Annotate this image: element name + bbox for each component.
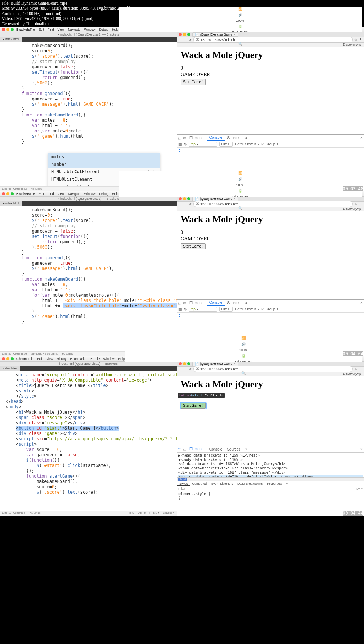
tab-eventlisteners[interactable]: Event Listeners: [209, 482, 235, 485]
back-icon[interactable]: ←: [179, 367, 182, 371]
start-game-button[interactable]: Start Game !: [181, 79, 206, 85]
filter-input[interactable]: Filter: [219, 307, 233, 312]
devtools-close-icon[interactable]: ×: [359, 136, 364, 140]
code-editor-1[interactable]: makeGameBoard(); score=0; $('.score').te…: [0, 42, 177, 186]
url-field[interactable]: ⓘ127.0.0.1:62525/index.html: [193, 366, 353, 372]
tab-console[interactable]: Console: [207, 447, 225, 452]
wifi-icon[interactable]: 📶: [238, 171, 242, 175]
clear-icon[interactable]: ⊘: [184, 142, 187, 146]
tabs-more[interactable]: »: [284, 482, 290, 485]
menu-find[interactable]: Find: [48, 192, 54, 196]
tab-sources[interactable]: Sources: [225, 135, 243, 140]
volume-icon[interactable]: 🔊: [238, 177, 242, 181]
tab-sources[interactable]: Sources: [225, 447, 243, 452]
menu-debug[interactable]: Debug: [99, 28, 108, 31]
battery-icon[interactable]: 🔋: [241, 354, 246, 358]
back-icon[interactable]: ←: [179, 202, 182, 206]
tab-indexhtml[interactable]: ▸ index.html: [0, 37, 22, 42]
volume-icon[interactable]: 🔊: [238, 13, 242, 17]
reload-icon[interactable]: ⟳: [189, 38, 192, 42]
star-icon[interactable]: ☆: [354, 367, 357, 371]
menu-view[interactable]: View: [46, 357, 53, 361]
menu-file[interactable]: File: [30, 192, 35, 196]
menu-file[interactable]: File: [28, 357, 34, 361]
devtools-close-icon[interactable]: ×: [359, 301, 364, 305]
devtools-kebab-icon[interactable]: ⋮: [354, 447, 359, 451]
start-game-button[interactable]: Start Game !: [181, 403, 206, 409]
menu-icon[interactable]: ☰: [239, 212, 242, 216]
url-field[interactable]: ⓘ127.0.0.1:62525/index.html: [193, 201, 353, 207]
start-game-button[interactable]: Start Game !: [181, 243, 206, 249]
close-icon[interactable]: ×: [234, 362, 236, 366]
menu-view[interactable]: View: [58, 28, 64, 31]
star-icon[interactable]: ☆: [354, 202, 357, 206]
devtools-kebab-icon[interactable]: ⋮: [354, 136, 359, 140]
bookmark-item[interactable]: Discoveryvip: [343, 43, 361, 46]
breadcrumb[interactable]: html: [177, 477, 364, 481]
bookmark-item[interactable]: Discoveryvip: [343, 372, 361, 376]
context-select[interactable]: top ▾: [189, 142, 217, 147]
tab-console[interactable]: Console: [207, 300, 225, 306]
battery-icon[interactable]: 🔋: [238, 189, 242, 193]
menu-view[interactable]: View: [58, 192, 64, 196]
group-checkbox[interactable]: Group s: [266, 307, 278, 311]
ac-item-moles[interactable]: moles: [48, 153, 160, 161]
code-editor-2[interactable]: makeGameBoard(); score=0; $('.score').te…: [0, 206, 177, 351]
chrome-tab[interactable]: 📄 jQuery Exercise Game×: [192, 362, 238, 366]
kebab-icon[interactable]: ⋮: [359, 367, 362, 371]
elements-panel[interactable]: ▶<head data-brackets-id="159">…</head>▼<…: [177, 453, 364, 477]
back-icon[interactable]: ←: [179, 38, 182, 42]
volume-icon[interactable]: 🔊: [241, 342, 246, 346]
menu-find[interactable]: Find: [48, 28, 54, 31]
tab-elements[interactable]: Elements: [187, 446, 207, 452]
status-utf[interactable]: UTF-8: [138, 511, 146, 515]
levels-select[interactable]: Default levels ▾: [235, 142, 259, 146]
menu-help[interactable]: Help: [112, 28, 119, 31]
info-icon[interactable]: ⓘ: [196, 367, 199, 371]
menu-window[interactable]: Window: [84, 192, 95, 196]
tab-indexhtml[interactable]: ▸ index.html: [0, 201, 22, 206]
wifi-icon[interactable]: 📶: [238, 7, 242, 11]
status-spaces[interactable]: Spaces 4: [163, 511, 175, 515]
chrome-tab[interactable]: 📄 jQuery Exercise Game×: [192, 197, 238, 201]
menu-edit[interactable]: Edit: [39, 28, 44, 31]
menu-edit[interactable]: Edit: [39, 192, 44, 196]
search-icon[interactable]: 🔍: [238, 42, 242, 46]
device-icon[interactable]: ▭: [182, 136, 187, 140]
ac-item-number[interactable]: number: [48, 161, 160, 168]
close-icon[interactable]: ×: [234, 33, 236, 36]
tab-elements[interactable]: Elements: [187, 300, 207, 305]
menu-edit[interactable]: Edit: [37, 357, 43, 361]
devtools-close-icon[interactable]: ×: [359, 447, 364, 451]
clear-icon[interactable]: ⊘: [184, 307, 187, 311]
menu-navigate[interactable]: Navigate: [68, 192, 81, 196]
plus-button[interactable]: +: [361, 487, 363, 490]
status-ins[interactable]: INS: [129, 511, 134, 515]
inspect-icon[interactable]: ⬚: [177, 301, 182, 305]
status-lang[interactable]: HTML ▾: [149, 511, 159, 515]
devtools-kebab-icon[interactable]: ⋮: [354, 301, 359, 305]
app-name[interactable]: Brackets: [16, 28, 30, 31]
tab-elements[interactable]: Elements: [187, 135, 207, 140]
app-name[interactable]: Chrome: [16, 357, 28, 361]
styles-filter-input[interactable]: Filter: [178, 487, 186, 490]
reload-icon[interactable]: ⟳: [189, 202, 192, 206]
info-icon[interactable]: ⓘ: [196, 37, 199, 42]
info-icon[interactable]: ⓘ: [196, 202, 199, 206]
reload-icon[interactable]: ⟳: [189, 367, 192, 371]
search-icon[interactable]: 🔍: [241, 371, 246, 375]
url-field[interactable]: ⓘ127.0.0.1:62525/index.html: [193, 37, 353, 43]
code-editor-3[interactable]: <meta name="viewport" content="width=dev…: [0, 371, 177, 511]
levels-select[interactable]: Default levels ▾: [235, 307, 259, 311]
app-name[interactable]: Brackets: [16, 192, 30, 196]
menu-bookmarks[interactable]: Bookmarks: [70, 357, 86, 361]
device-icon[interactable]: ▭: [182, 447, 187, 451]
close-icon[interactable]: ×: [234, 197, 236, 201]
menu-help[interactable]: Help: [112, 192, 119, 196]
tabs-more[interactable]: »: [243, 135, 250, 140]
sidebar-icon[interactable]: ▥: [178, 142, 182, 146]
tab-indexhtml[interactable]: index.html: [0, 366, 20, 371]
battery-icon[interactable]: 🔋: [238, 25, 242, 28]
sidebar-icon[interactable]: ▥: [178, 307, 182, 311]
menu-window[interactable]: Window: [84, 28, 95, 31]
